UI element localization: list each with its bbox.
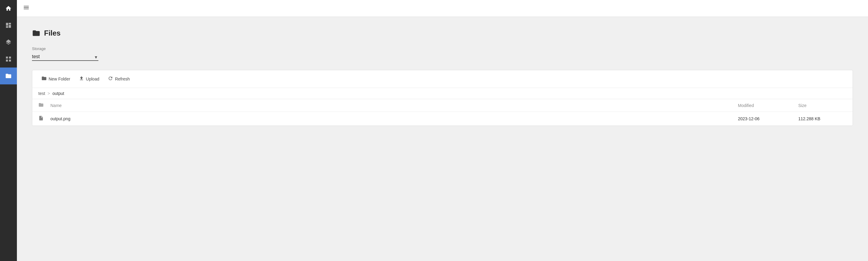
menu-icon[interactable]: [23, 4, 30, 12]
sidebar-item-home[interactable]: [0, 0, 17, 17]
upload-icon: [79, 76, 84, 82]
file-toolbar: New Folder Upload Refresh: [32, 70, 852, 88]
table-row[interactable]: output.png 2023-12-06 112.288 KB: [32, 112, 852, 126]
upload-label: Upload: [86, 77, 99, 81]
refresh-label: Refresh: [115, 77, 130, 81]
refresh-icon: [108, 76, 113, 82]
file-rows: output.png 2023-12-06 112.288 KB: [32, 112, 852, 126]
breadcrumb-current: output: [53, 91, 64, 96]
sidebar-item-files[interactable]: [0, 68, 17, 84]
breadcrumb: test > output: [32, 88, 852, 99]
page-title-text: Files: [44, 29, 61, 37]
storage-select-wrapper: test production staging ▾: [32, 53, 98, 61]
sidebar-item-dashboard[interactable]: [0, 17, 17, 34]
new-folder-icon: [41, 76, 47, 82]
sidebar-item-layers[interactable]: [0, 34, 17, 51]
storage-select[interactable]: test production staging: [32, 53, 98, 61]
topbar: [17, 0, 868, 17]
sidebar: [0, 0, 17, 261]
breadcrumb-root[interactable]: test: [38, 91, 45, 96]
header-name: Name: [51, 103, 738, 108]
new-folder-button[interactable]: New Folder: [37, 74, 74, 84]
header-size: Size: [798, 103, 846, 108]
new-folder-label: New Folder: [49, 77, 70, 81]
main-wrapper: Files Storage test production staging ▾ …: [17, 0, 868, 261]
file-type-icon: [38, 115, 51, 122]
file-modified: 2023-12-06: [738, 116, 798, 121]
breadcrumb-separator: >: [48, 91, 50, 96]
sidebar-item-grid[interactable]: [0, 51, 17, 68]
upload-button[interactable]: Upload: [74, 74, 103, 84]
page-title: Files: [32, 29, 853, 37]
file-size: 112.288 KB: [798, 116, 846, 121]
refresh-button[interactable]: Refresh: [103, 74, 134, 84]
file-table-header: Name Modified Size: [32, 99, 852, 112]
header-modified: Modified: [738, 103, 798, 108]
header-icon-col: [38, 102, 51, 109]
content-area: Files Storage test production staging ▾ …: [17, 17, 868, 261]
file-name: output.png: [51, 116, 738, 121]
files-page-icon: [32, 29, 40, 37]
file-panel: New Folder Upload Refresh test: [32, 70, 853, 126]
storage-label: Storage: [32, 46, 853, 51]
